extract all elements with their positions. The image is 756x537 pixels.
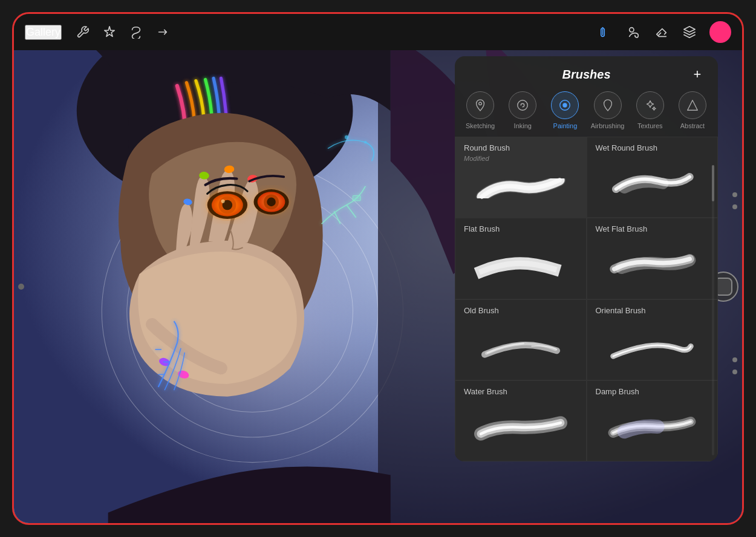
svg-point-21 (206, 189, 250, 221)
left-sidebar (14, 284, 28, 290)
brush-item-round-brush[interactable]: Round Brush Modified (455, 137, 587, 218)
svg-rect-15 (353, 196, 360, 201)
gallery-button[interactable]: Gallery (25, 25, 62, 40)
damp-brush-stroke-svg (604, 411, 700, 444)
painting-label: Painting (553, 122, 578, 129)
tablet-frame: Gallery (12, 12, 744, 525)
inking-label: Inking (514, 122, 532, 129)
svg-point-31 (563, 103, 567, 107)
right-tools (598, 21, 731, 43)
top-toolbar: Gallery (14, 14, 742, 50)
brush-preview-old (464, 320, 578, 373)
flat-brush-stroke-svg (472, 248, 569, 281)
airbrushing-icon-wrap (594, 91, 622, 119)
sketching-icon (474, 99, 487, 112)
brush-preview-wet-flat (596, 238, 709, 291)
brush-preview-oriental (596, 320, 709, 373)
brush-modified-round-brush: Modified (464, 155, 578, 162)
sketching-icon-wrap (466, 91, 494, 119)
abstract-icon (686, 99, 699, 112)
brush-preview-flat (464, 238, 578, 291)
painting-icon-wrap (551, 91, 579, 119)
brush-item-damp-brush[interactable]: Damp Brush (587, 380, 719, 461)
tab-abstract[interactable]: Abstract (672, 91, 713, 129)
painting-icon (558, 99, 572, 112)
sidebar-indicator-3 (732, 357, 737, 362)
wet-flat-stroke-svg (604, 248, 700, 281)
smudge-tool-icon[interactable] (626, 24, 642, 40)
layers-tool-icon[interactable] (682, 24, 697, 40)
brush-item-oriental-brush[interactable]: Oriental Brush (587, 299, 719, 380)
adjustments-icon[interactable] (102, 24, 117, 40)
tab-inking[interactable]: Inking (502, 91, 543, 129)
sidebar-indicator-2 (732, 204, 737, 209)
abstract-icon-wrap (679, 91, 706, 119)
brush-name-damp: Damp Brush (596, 387, 709, 396)
tab-sketching[interactable]: Sketching (460, 91, 501, 129)
airbrushing-label: Airbrushing (591, 122, 625, 129)
panel-scrollbar-thumb (712, 165, 714, 201)
sidebar-indicator-1 (732, 192, 737, 197)
brush-preview-wet-round (596, 157, 709, 210)
brush-item-wet-round-brush[interactable]: Wet Round Brush (587, 137, 719, 218)
brush-name-water: Water Brush (464, 387, 578, 396)
svg-point-26 (252, 188, 290, 216)
abstract-label: Abstract (680, 122, 705, 129)
old-brush-stroke-svg (472, 330, 569, 363)
wet-round-stroke-svg (604, 167, 700, 200)
oriental-brush-stroke-svg (604, 330, 700, 363)
brush-item-flat-brush[interactable]: Flat Brush (455, 218, 587, 299)
textures-icon (644, 99, 657, 112)
brushes-panel: Brushes + Sketching (455, 56, 718, 461)
panel-title: Brushes (484, 68, 689, 82)
tab-airbrushing[interactable]: Airbrushing (587, 91, 628, 129)
panel-scrollbar[interactable] (712, 165, 714, 455)
textures-label: Textures (637, 122, 663, 129)
water-brush-stroke-svg (472, 411, 569, 444)
brush-item-water-brush[interactable]: Water Brush (455, 380, 587, 461)
svg-point-29 (479, 102, 482, 105)
brush-item-old-brush[interactable]: Old Brush (455, 299, 587, 380)
tab-painting[interactable]: Painting (544, 91, 585, 129)
left-sidebar-dot (18, 284, 24, 290)
transform-icon[interactable] (155, 24, 171, 40)
left-tools (75, 24, 171, 40)
eraser-tool-icon[interactable] (654, 24, 670, 40)
canvas-area[interactable]: Brushes + Sketching (14, 50, 742, 523)
brush-item-wet-flat-brush[interactable]: Wet Flat Brush (587, 218, 719, 299)
inking-icon-wrap (509, 91, 536, 119)
brush-preview-water (464, 401, 578, 454)
brush-name-flat: Flat Brush (464, 224, 578, 233)
right-sidebar-controls (732, 192, 737, 209)
color-picker[interactable] (709, 21, 731, 43)
brush-name-round-brush: Round Brush (464, 143, 578, 152)
brush-preview-round-brush (464, 167, 578, 210)
panel-header: Brushes + (455, 56, 718, 89)
inking-icon (516, 99, 529, 112)
right-sidebar-controls-2 (732, 357, 737, 374)
add-brush-button[interactable]: + (689, 66, 706, 83)
svg-point-1 (630, 28, 634, 32)
round-brush-stroke-svg (472, 172, 569, 205)
brush-name-old: Old Brush (464, 306, 578, 315)
brush-name-wet-flat: Wet Flat Brush (596, 224, 709, 233)
svg-point-27 (345, 135, 348, 139)
settings-icon[interactable] (75, 24, 91, 40)
airbrushing-icon (601, 99, 614, 112)
brush-name-oriental: Oriental Brush (596, 306, 709, 315)
brush-tool-icon[interactable] (598, 24, 614, 40)
brush-preview-damp (596, 401, 709, 454)
svg-point-28 (364, 141, 367, 143)
brush-name-wet-round: Wet Round Brush (596, 143, 709, 152)
tab-textures[interactable]: Textures (630, 91, 671, 129)
textures-icon-wrap (636, 91, 664, 119)
sketching-label: Sketching (466, 122, 495, 129)
selection-icon[interactable] (128, 24, 144, 40)
category-tabs: Sketching Inking (455, 89, 718, 137)
brush-grid: Round Brush Modified Wet Ro (455, 137, 718, 461)
sidebar-indicator-4 (732, 369, 737, 374)
